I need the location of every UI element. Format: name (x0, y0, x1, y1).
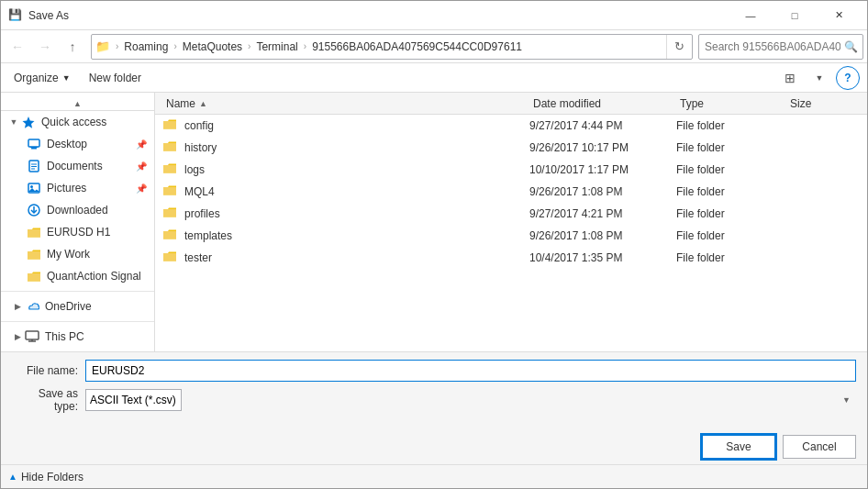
file-date-cell: 9/26/2017 10:17 PM (529, 141, 676, 154)
table-row[interactable]: tester 10/4/2017 1:35 PM File folder (155, 247, 867, 269)
file-date-cell: 10/10/2017 1:17 PM (529, 163, 676, 176)
file-name-cell: templates (184, 229, 529, 242)
sidebar-item-onedrive[interactable]: ▶ OneDrive (1, 295, 154, 317)
thispc-icon (25, 329, 39, 344)
table-row[interactable]: config 9/27/2017 4:44 PM File folder (155, 115, 867, 137)
action-buttons-area: Save Cancel (1, 426, 867, 464)
maximize-button[interactable]: □ (773, 2, 816, 29)
file-area: Name ▲ Date modified Type Size (155, 93, 867, 351)
folder-row-icon (162, 118, 177, 133)
pin-icon-desktop: 📌 (136, 139, 147, 150)
svg-rect-1 (28, 139, 39, 147)
desktop-icon (27, 137, 41, 151)
sidebar-item-pictures[interactable]: Pictures 📌 (1, 177, 154, 199)
breadcrumb-sep2: › (246, 41, 252, 51)
hide-folders-button[interactable]: ▲ Hide Folders (8, 471, 83, 483)
documents-icon (27, 159, 41, 173)
sidebar-divider1 (1, 291, 154, 292)
folder-row-icon (162, 184, 177, 199)
close-button[interactable]: ✕ (818, 2, 860, 29)
sidebar-pictures-label: Pictures (47, 182, 86, 194)
file-date-cell: 9/27/2017 4:21 PM (529, 207, 676, 220)
filename-row: File name: (12, 360, 856, 382)
folder-row-icon (162, 228, 177, 243)
table-row[interactable]: MQL4 9/26/2017 1:08 PM File folder (155, 181, 867, 203)
breadcrumb-folder-icon: 📁 (92, 35, 114, 59)
up-button[interactable]: ↑ (60, 34, 85, 60)
pin-icon-documents: 📌 (136, 161, 147, 172)
sidebar-item-eurusd[interactable]: EURUSD H1 (1, 221, 154, 243)
file-type-cell: File folder (676, 229, 786, 242)
expand-icon: ▼ (8, 117, 19, 128)
file-type-cell: File folder (676, 119, 786, 132)
organize-button[interactable]: Organize ▼ (8, 66, 76, 90)
sidebar-item-downloaded[interactable]: Downloaded (1, 199, 154, 221)
column-header-date[interactable]: Date modified (529, 93, 676, 114)
column-header-name[interactable]: Name ▲ (162, 93, 529, 114)
forward-button[interactable]: → (32, 34, 58, 60)
search-input[interactable] (698, 34, 863, 60)
address-refresh-button[interactable]: ↻ (666, 35, 692, 59)
sidebar-downloaded-label: Downloaded (47, 204, 108, 217)
sidebar-onedrive-label: OneDrive (45, 300, 92, 313)
breadcrumb-roaming[interactable]: Roaming (120, 35, 172, 59)
sidebar-thispc-label: This PC (45, 330, 84, 343)
table-row[interactable]: templates 9/26/2017 1:08 PM File folder (155, 225, 867, 247)
table-row[interactable]: logs 10/10/2017 1:17 PM File folder (155, 159, 867, 181)
save-button[interactable]: Save (702, 435, 775, 459)
breadcrumb-sep3: › (302, 41, 308, 51)
sidebar-item-documents[interactable]: Documents 📌 (1, 155, 154, 177)
bottom-area: File name: Save as type: ASCII Text (*.c… (1, 351, 867, 426)
filetype-row: Save as type: ASCII Text (*.csv) ▼ (12, 387, 856, 413)
search-container: 🔍 (698, 34, 863, 60)
file-name-cell: logs (184, 163, 529, 176)
star-icon (21, 115, 36, 129)
sidebar-eurusd-label: EURUSD H1 (47, 226, 110, 239)
view-dropdown-icon: ▼ (816, 73, 824, 83)
svg-rect-3 (30, 147, 38, 148)
sidebar-mywork-label: My Work (47, 248, 90, 261)
pin-icon-pictures: 📌 (136, 183, 147, 194)
svg-marker-0 (23, 117, 35, 128)
view-mode-button[interactable]: ⊞ (777, 66, 803, 90)
sidebar-item-thispc[interactable]: ▶ This PC (1, 326, 154, 348)
folder-row-icon (162, 140, 177, 155)
sidebar-item-mywork[interactable]: My Work (1, 243, 154, 265)
col-size-label: Size (790, 97, 811, 110)
quick-access-label: Quick access (41, 116, 106, 128)
back-button[interactable]: ← (5, 34, 30, 60)
file-list-header: Name ▲ Date modified Type Size (155, 93, 867, 115)
table-row[interactable]: history 9/26/2017 10:17 PM File folder (155, 137, 867, 159)
folder-icon-quantaction (27, 269, 41, 283)
cancel-button[interactable]: Cancel (783, 435, 856, 459)
sidebar-item-quantaction[interactable]: QuantAction Signal (1, 265, 154, 287)
filetype-wrapper: ASCII Text (*.csv) ▼ (85, 389, 856, 411)
file-type-cell: File folder (676, 185, 786, 198)
breadcrumb-sep0: › (114, 41, 120, 51)
folder-icon-mywork (27, 247, 41, 261)
breadcrumb-guid[interactable]: 915566BA06ADA407569C544CC0D97611 (308, 35, 526, 59)
col-name-label: Name (166, 97, 195, 110)
filetype-select[interactable]: ASCII Text (*.csv) (85, 389, 182, 411)
table-row[interactable]: profiles 9/27/2017 4:21 PM File folder (155, 203, 867, 225)
file-type-cell: File folder (676, 141, 786, 154)
view-dropdown-button[interactable]: ▼ (807, 66, 832, 90)
svg-point-9 (30, 185, 33, 188)
action-buttons: Save Cancel (12, 435, 856, 459)
breadcrumb-terminal[interactable]: Terminal (252, 35, 301, 59)
sidebar-quick-access[interactable]: ▼ Quick access (1, 111, 154, 133)
minimize-button[interactable]: — (729, 2, 772, 29)
window-title: Save As (28, 9, 729, 22)
column-header-type[interactable]: Type (676, 93, 786, 114)
sidebar-item-desktop[interactable]: Desktop 📌 (1, 133, 154, 155)
help-button[interactable]: ? (836, 66, 860, 90)
hide-folders-arrow-icon: ▲ (8, 472, 17, 482)
address-bar[interactable]: 📁 › Roaming › MetaQuotes › Terminal › 91… (91, 34, 693, 60)
footer-bar: ▲ Hide Folders (1, 464, 867, 488)
filename-input[interactable] (85, 360, 856, 382)
breadcrumb-metaquotes[interactable]: MetaQuotes (179, 35, 246, 59)
new-folder-button[interactable]: New folder (83, 66, 147, 90)
svg-rect-2 (31, 148, 37, 150)
file-date-cell: 9/26/2017 1:08 PM (529, 229, 676, 242)
column-header-size[interactable]: Size (786, 93, 860, 114)
